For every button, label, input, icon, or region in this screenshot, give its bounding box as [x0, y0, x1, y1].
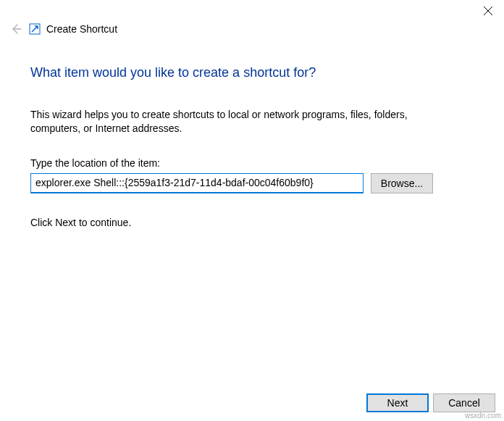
browse-button[interactable]: Browse... — [371, 173, 433, 193]
shortcut-icon — [29, 23, 41, 35]
wizard-header: Create Shortcut — [0, 20, 504, 38]
back-arrow-icon — [10, 23, 22, 35]
watermark: wsxdn.com — [465, 412, 501, 420]
continue-hint: Click Next to continue. — [30, 217, 474, 228]
page-heading: What item would you like to create a sho… — [30, 65, 474, 80]
close-button[interactable] — [472, 0, 504, 22]
wizard-title: Create Shortcut — [46, 23, 117, 35]
next-button[interactable]: Next — [366, 393, 429, 412]
location-input[interactable] — [30, 173, 364, 193]
wizard-description: This wizard helps you to create shortcut… — [30, 108, 436, 136]
wizard-content: What item would you like to create a sho… — [0, 38, 504, 228]
location-label: Type the location of the item: — [30, 157, 474, 169]
close-icon — [484, 7, 492, 15]
wizard-footer: Next Cancel — [366, 393, 495, 412]
input-row: Browse... — [30, 173, 474, 193]
back-button[interactable] — [7, 20, 25, 38]
cancel-button[interactable]: Cancel — [433, 393, 495, 412]
